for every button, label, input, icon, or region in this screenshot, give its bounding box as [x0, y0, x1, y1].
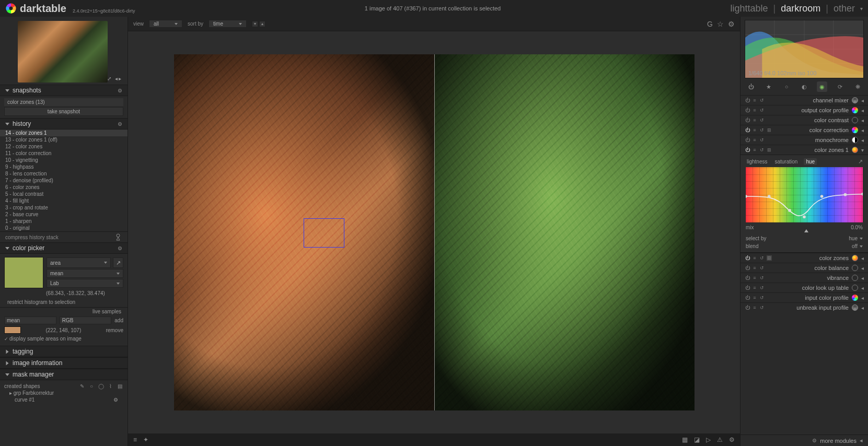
star-icon[interactable]: ☆: [717, 20, 724, 28]
navigation-thumbnail[interactable]: [18, 21, 108, 83]
module-unbreak[interactable]: ⏻≡↺ unbreak input profile: [740, 302, 868, 312]
snapshot-item[interactable]: color zones (13): [4, 98, 123, 106]
module-color-contrast[interactable]: ⏻≡↺ color contrast: [740, 115, 868, 125]
snapshot-split-line[interactable]: [434, 54, 435, 410]
select-by-value[interactable]: hue: [849, 236, 863, 241]
module-input-profile[interactable]: ⏻≡↺ input color profile: [740, 292, 868, 302]
module-color-zones[interactable]: ⏻≡↺⊞ color zones: [740, 253, 868, 263]
warning-icon[interactable]: ⚠: [717, 436, 723, 443]
color-zones-curve[interactable]: [746, 167, 863, 222]
eyedropper-icon[interactable]: ↗: [858, 158, 863, 165]
picker-stat-select[interactable]: mean: [47, 269, 123, 278]
gear-icon[interactable]: ⚙: [118, 121, 122, 127]
sort-dir-up[interactable]: ▴: [259, 21, 265, 27]
history-item[interactable]: 2 - base curve: [0, 211, 128, 218]
tab-saturation[interactable]: saturation: [773, 158, 798, 165]
add-sample-button[interactable]: add: [114, 318, 123, 323]
history-item[interactable]: 10 - vignetting: [0, 157, 128, 163]
imageinfo-header[interactable]: image information: [0, 357, 128, 369]
history-item[interactable]: 12 - color zones: [0, 143, 128, 150]
history-item[interactable]: 14 - color zones 1: [0, 130, 128, 136]
module-group-basic-icon[interactable]: ○: [781, 81, 792, 92]
mix-slider[interactable]: [746, 230, 863, 233]
thumb-zoom-controls[interactable]: ⤢ ◂▸: [107, 76, 122, 81]
tagging-header[interactable]: tagging: [0, 346, 128, 357]
histogram[interactable]: 1/640 f/4.0 102mm iso 100: [745, 20, 864, 78]
module-clut[interactable]: ⏻≡↺ color look up table: [740, 283, 868, 292]
softproof-icon[interactable]: ▷: [706, 436, 711, 443]
history-item[interactable]: 0 - original: [0, 225, 128, 231]
gear-icon[interactable]: ⚙: [113, 397, 118, 403]
history-header[interactable]: history⚙: [0, 118, 128, 130]
mask-group-item[interactable]: ▸ grp Farbkorrektur: [4, 390, 123, 396]
gear-icon[interactable]: ⚙: [118, 88, 122, 93]
take-snapshot-button[interactable]: take snapshot: [4, 107, 123, 116]
history-item[interactable]: 3 - crop and rotate: [0, 204, 128, 211]
maskmanager-header[interactable]: mask manager: [0, 369, 128, 380]
module-group-effect-icon[interactable]: ❋: [852, 81, 863, 92]
view-lighttable[interactable]: lighttable: [731, 3, 768, 14]
image-canvas[interactable]: [174, 54, 695, 410]
history-item[interactable]: 11 - color correction: [0, 150, 128, 157]
sort-dir-down[interactable]: ▾: [252, 21, 258, 27]
gear-icon[interactable]: ⚙: [729, 436, 735, 443]
ellipse-icon[interactable]: ◯: [97, 382, 105, 390]
history-item[interactable]: 9 - highpass: [0, 163, 128, 170]
more-modules[interactable]: ⚙ more modules: [740, 435, 868, 446]
history-item[interactable]: 7 - denoise (profiled): [0, 177, 128, 184]
module-group-correct-icon[interactable]: ⟳: [835, 81, 845, 92]
compress-history-button[interactable]: compress history stack: [5, 234, 114, 240]
circle-icon[interactable]: ○: [88, 382, 95, 390]
enable-icon[interactable]: ⏻: [745, 98, 750, 103]
remove-sample-button[interactable]: remove: [106, 327, 123, 333]
history-item[interactable]: 6 - color zones: [0, 184, 128, 191]
module-color-zones-1[interactable]: ⏻≡↺⊞ color zones 1: [740, 145, 868, 155]
style-icon[interactable]: ✦: [143, 436, 148, 443]
history-item[interactable]: 1 - sharpen: [0, 218, 128, 225]
other-menu-arrow[interactable]: ▾: [860, 6, 863, 11]
sample-space-select[interactable]: RGB: [60, 316, 112, 324]
multiinst-icon[interactable]: ≡: [752, 98, 757, 103]
grouping-icon[interactable]: G: [707, 20, 713, 28]
module-group-color-icon[interactable]: ◉: [817, 81, 827, 92]
path-icon[interactable]: ⌇: [107, 382, 114, 390]
picker-mode-select[interactable]: area: [47, 257, 111, 268]
sort-select[interactable]: time: [209, 20, 247, 28]
reset-icon[interactable]: ↺: [759, 98, 765, 103]
tab-lightness[interactable]: lightness: [746, 158, 768, 165]
module-group-favorites-icon[interactable]: ★: [763, 81, 774, 92]
blend-value[interactable]: off: [852, 243, 863, 249]
history-item[interactable]: 13 - color zones 1 (off): [0, 136, 128, 143]
module-color-correction[interactable]: ⏻≡↺⊞ color correction: [740, 125, 868, 135]
module-monochrome[interactable]: ⏻≡↺ monochrome: [740, 135, 868, 145]
overexposed-icon[interactable]: ▦: [682, 436, 688, 443]
view-filter-select[interactable]: all: [149, 20, 182, 28]
module-color-balance[interactable]: ⏻≡↺ color balance: [740, 263, 868, 273]
module-output-profile[interactable]: ⏻≡↺ output color profile: [740, 105, 868, 115]
history-item[interactable]: 8 - lens correction: [0, 170, 128, 177]
view-other[interactable]: other: [834, 3, 855, 14]
snapshots-header[interactable]: snapshots⚙: [0, 85, 128, 96]
gradient-icon[interactable]: ▤: [116, 382, 123, 390]
eyedropper-icon[interactable]: ↗: [113, 257, 123, 268]
module-group-tone-icon[interactable]: ◐: [799, 81, 809, 92]
gear-icon[interactable]: ⚙: [118, 245, 122, 251]
colorpicker-header[interactable]: color picker⚙: [0, 242, 128, 254]
gamut-icon[interactable]: ◪: [694, 436, 700, 443]
module-channel-mixer[interactable]: ⏻≡↺ channel mixer: [740, 95, 868, 105]
picker-selection-rect[interactable]: [304, 218, 344, 248]
sample-stat-select[interactable]: mean: [4, 316, 56, 324]
tab-hue[interactable]: hue: [804, 158, 817, 165]
mask-curve-item[interactable]: curve #1⚙: [4, 396, 123, 403]
style-icon[interactable]: [114, 233, 122, 241]
quick-access-icon[interactable]: ≡: [133, 436, 137, 443]
history-item[interactable]: 4 - fill light: [0, 197, 128, 204]
history-item[interactable]: 5 - local contrast: [0, 191, 128, 197]
module-vibrance[interactable]: ⏻≡↺ vibrance: [740, 273, 868, 283]
display-samples-toggle[interactable]: display sample areas on image: [4, 335, 123, 343]
restrict-histogram-toggle[interactable]: restrict histogram to selection: [4, 298, 123, 306]
module-group-active-icon[interactable]: ⏻: [746, 81, 756, 92]
gear-icon[interactable]: ⚙: [728, 20, 735, 28]
picker-space-select[interactable]: Lab: [47, 279, 123, 288]
view-darkroom[interactable]: darkroom: [781, 3, 820, 14]
